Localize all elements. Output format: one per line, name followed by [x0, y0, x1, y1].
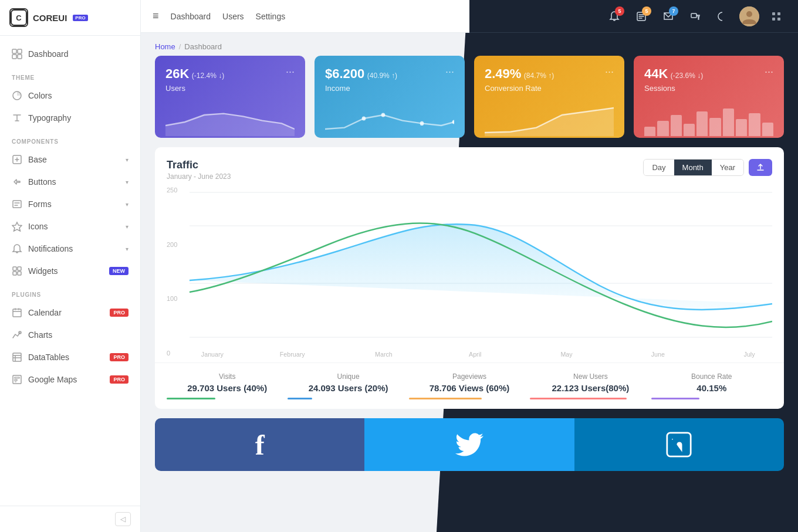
- logo-icon: C: [9, 8, 28, 27]
- traffic-section: Traffic January - June 2023 Day Month Ye…: [155, 147, 784, 409]
- sidebar-item-dashboard-label: Dashboard: [28, 49, 129, 59]
- user-avatar[interactable]: [739, 6, 759, 26]
- theme-section-label: THEME: [0, 65, 140, 84]
- svg-point-26: [362, 116, 366, 120]
- breadcrumb: Home / Dashboard: [155, 42, 784, 51]
- sidebar-item-charts[interactable]: Charts: [0, 324, 140, 346]
- pageviews-label: Pageviews: [409, 372, 530, 381]
- sidebar-item-calendar[interactable]: Calendar PRO: [0, 301, 140, 324]
- svg-text:C: C: [16, 13, 22, 22]
- svg-rect-13: [18, 272, 21, 275]
- stat-card-income-value: $6.200 (40.9% ↑): [325, 66, 397, 82]
- translate-button[interactable]: [685, 6, 705, 26]
- traffic-stats: Visits 29.703 Users (40%) Unique 24.093 …: [155, 362, 784, 409]
- newusers-value: 22.123 Users(80%): [530, 383, 651, 393]
- header-nav-dashboard[interactable]: Dashboard: [171, 9, 211, 23]
- traffic-title-block: Traffic January - June 2023: [167, 159, 231, 181]
- facebook-card[interactable]: f: [155, 418, 364, 471]
- sidebar-collapse-button[interactable]: ◁: [115, 512, 131, 526]
- breadcrumb-bar: Home / Dashboard: [141, 33, 798, 56]
- tasks-button[interactable]: 5: [631, 6, 651, 26]
- breadcrumb-separator: /: [179, 42, 181, 51]
- sidebar-item-base[interactable]: Base ▾: [0, 148, 140, 171]
- traffic-title: Traffic: [167, 159, 231, 171]
- stat-card-users-menu[interactable]: ···: [286, 66, 295, 77]
- svg-rect-12: [13, 272, 16, 275]
- social-cards: f: [155, 418, 784, 471]
- newusers-label: New Users: [530, 372, 651, 381]
- sidebar-item-buttons[interactable]: Buttons ▾: [0, 171, 140, 193]
- twitter-icon: [455, 433, 483, 456]
- content-wrapper: Home / Dashboard 26K (-12.4% ↓): [141, 33, 798, 532]
- logo-text: COREUI: [33, 13, 67, 23]
- sidebar-item-notifications[interactable]: Notifications ▾: [0, 238, 140, 260]
- components-section-label: COMPONENTS: [0, 129, 140, 148]
- stat-cards: 26K (-12.4% ↓) Users ···: [141, 56, 798, 147]
- darkmode-button[interactable]: [712, 6, 732, 26]
- svg-rect-3: [18, 49, 22, 53]
- svg-text:July: July: [744, 351, 756, 358]
- stat-card-conversion-header: 2.49% (84.7% ↑) Conversion Rate ···: [485, 66, 614, 93]
- sidebar-item-widgets[interactable]: Widgets NEW: [0, 260, 140, 282]
- breadcrumb-current: Dashboard: [184, 42, 222, 51]
- stat-card-sessions-menu[interactable]: ···: [765, 66, 773, 77]
- linkedin-card[interactable]: [574, 418, 784, 471]
- breadcrumb-home[interactable]: Home: [155, 42, 175, 51]
- visits-bar: [167, 398, 215, 399]
- apps-grid-button[interactable]: [766, 6, 786, 26]
- notifications-button[interactable]: 5: [604, 6, 624, 26]
- sidebar-footer: ◁: [0, 506, 140, 532]
- sidebar-item-charts-label: Charts: [28, 330, 129, 340]
- stat-card-conversion-label: Conversion Rate: [485, 84, 554, 93]
- traffic-stat-bouncerate: Bounce Rate 40.15%: [651, 372, 772, 399]
- sidebar-item-icons[interactable]: Icons ▾: [0, 215, 140, 238]
- hamburger-icon[interactable]: ≡: [153, 10, 159, 22]
- stat-card-income: $6.200 (40.9% ↑) Income ···: [315, 56, 465, 138]
- sidebar-item-dashboard[interactable]: Dashboard: [0, 43, 140, 65]
- sidebar-item-notifications-label: Notifications: [28, 244, 120, 253]
- svg-rect-8: [13, 201, 21, 208]
- traffic-chart-svg: January February March April May June Ju…: [167, 187, 772, 362]
- logo: C COREUI PRO: [0, 0, 140, 36]
- sidebar-item-datatables[interactable]: DataTables PRO: [0, 346, 140, 368]
- sidebar-item-widgets-label: Widgets: [28, 266, 103, 276]
- calendar-badge: PRO: [110, 309, 129, 317]
- svg-text:May: May: [560, 351, 573, 358]
- notifications-chevron: ▾: [126, 246, 129, 252]
- sidebar-item-forms[interactable]: Forms ▾: [0, 193, 140, 215]
- traffic-controls: Day Month Year: [643, 159, 772, 176]
- stat-card-users-label: Users: [165, 84, 224, 93]
- twitter-card[interactable]: [364, 418, 574, 471]
- stat-card-sessions-value: 44K (-23.6% ↓): [644, 66, 703, 82]
- sidebar-item-typography[interactable]: Typography: [0, 107, 140, 129]
- traffic-stat-newusers: New Users 22.123 Users(80%): [530, 372, 651, 399]
- datatables-icon: [12, 352, 22, 362]
- messages-button[interactable]: 7: [658, 6, 678, 26]
- stat-card-conversion-menu[interactable]: ···: [605, 66, 614, 77]
- sidebar-item-base-label: Base: [28, 155, 120, 164]
- sidebar-item-forms-label: Forms: [28, 199, 120, 209]
- stat-card-sessions-chart: [644, 101, 773, 136]
- icons-chevron: ▾: [126, 223, 129, 230]
- period-day-button[interactable]: Day: [644, 160, 674, 175]
- upload-button[interactable]: [749, 159, 772, 176]
- typography-icon: [12, 113, 22, 123]
- svg-rect-2: [12, 49, 16, 53]
- sidebar-item-calendar-label: Calendar: [28, 308, 104, 317]
- header-nav-settings[interactable]: Settings: [256, 9, 286, 23]
- period-month-button[interactable]: Month: [674, 160, 712, 175]
- stat-card-income-menu[interactable]: ···: [445, 66, 454, 77]
- svg-text:January: January: [201, 351, 224, 358]
- period-year-button[interactable]: Year: [712, 160, 743, 175]
- stat-card-users-chart: [165, 101, 295, 136]
- header-nav: Dashboard Users Settings: [171, 9, 286, 23]
- sidebar-item-colors-label: Colors: [28, 91, 129, 100]
- linkedin-icon: [666, 432, 692, 458]
- header-nav-users[interactable]: Users: [222, 9, 244, 23]
- stat-card-conversion: 2.49% (84.7% ↑) Conversion Rate ···: [474, 56, 624, 138]
- sidebar-item-colors[interactable]: Colors: [0, 84, 140, 107]
- sidebar-item-googlemaps[interactable]: Google Maps PRO: [0, 368, 140, 391]
- newusers-bar: [530, 398, 627, 399]
- forms-icon: [12, 199, 22, 209]
- svg-rect-19: [691, 13, 696, 18]
